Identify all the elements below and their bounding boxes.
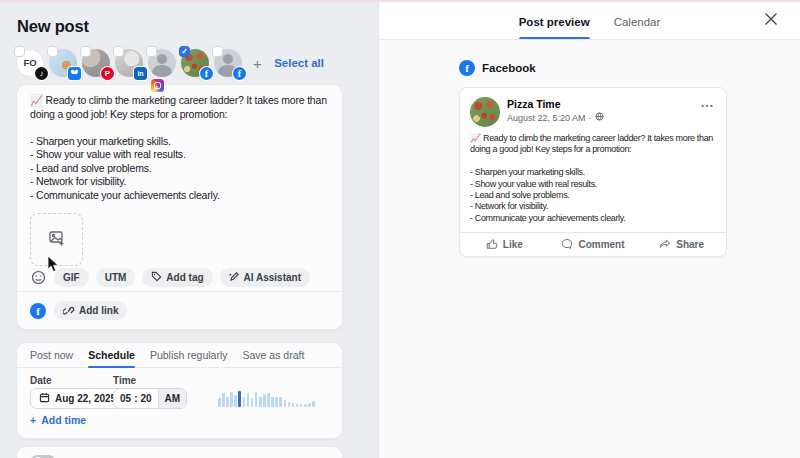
post-text-editor[interactable]: 📈 Ready to climb the marketing career la… xyxy=(30,94,333,202)
emoji-picker-button[interactable] xyxy=(30,269,47,286)
time-label: Time xyxy=(113,375,136,386)
facebook-badge-icon: f xyxy=(200,67,213,80)
histogram-bar xyxy=(288,402,291,407)
histogram-bar xyxy=(259,397,262,407)
comment-bubble-icon xyxy=(561,238,573,252)
pinterest-badge-icon: P xyxy=(101,67,114,80)
account-avatar-facebook-6[interactable]: f xyxy=(214,49,243,78)
preview-header: Post preview Calendar xyxy=(379,0,800,40)
account-selector: FO♪Pin✓ff + Select all xyxy=(16,47,324,79)
plus-icon: + xyxy=(30,414,36,426)
histogram-bar xyxy=(247,393,250,407)
time-input[interactable]: 05 : 20 AM xyxy=(113,388,187,409)
histogram-bar xyxy=(304,404,307,407)
account-checkbox[interactable] xyxy=(47,46,58,57)
account-avatar-list: FO♪Pin✓ff xyxy=(16,49,243,78)
histogram-bar xyxy=(279,397,282,407)
histogram-bar xyxy=(218,398,221,407)
add-tag-button[interactable]: Add tag xyxy=(142,268,212,287)
meridiem-selector[interactable]: AM xyxy=(158,389,187,408)
ai-pen-icon xyxy=(229,271,240,284)
network-row: f Facebook xyxy=(459,60,536,76)
approval-card: Post needs approval! Learn more xyxy=(16,446,343,458)
ai-assistant-button[interactable]: AI Assistant xyxy=(220,268,310,287)
account-avatar-tiktok-0[interactable]: FO♪ xyxy=(16,49,45,78)
composer-toolbar: GIF UTM Add tag xyxy=(30,268,310,287)
histogram-bar xyxy=(243,397,246,407)
globe-icon xyxy=(595,112,604,123)
histogram-bar xyxy=(296,404,299,407)
like-button[interactable]: Like xyxy=(460,233,549,256)
histogram-bar xyxy=(230,392,233,407)
tab-publish-regularly[interactable]: Publish regularly xyxy=(150,343,228,367)
tiktok-badge-icon: ♪ xyxy=(35,67,48,80)
histogram-bar xyxy=(284,400,287,407)
tag-icon xyxy=(151,271,162,284)
histogram-bar xyxy=(300,404,303,407)
histogram-bar xyxy=(292,403,295,407)
close-icon[interactable] xyxy=(762,11,780,29)
preview-tabs: Post preview Calendar xyxy=(519,0,661,39)
app-window: New post FO♪Pin✓ff + Select all 📈 Ready … xyxy=(0,0,800,458)
add-account-button[interactable]: + xyxy=(253,56,262,71)
publish-mode-tabs: Post now Schedule Publish regularly Save… xyxy=(17,343,342,368)
time-minute[interactable]: 20 xyxy=(140,393,151,404)
network-label: Facebook xyxy=(482,62,536,74)
time-hour[interactable]: 05 xyxy=(120,393,131,404)
histogram-bar xyxy=(226,397,229,407)
account-checkbox[interactable] xyxy=(212,46,223,57)
histogram-bar xyxy=(308,403,311,407)
select-all-link[interactable]: Select all xyxy=(274,57,324,69)
best-time-histogram xyxy=(218,390,316,407)
tab-save-as-draft[interactable]: Save as draft xyxy=(243,343,305,367)
gif-button[interactable]: GIF xyxy=(54,268,89,287)
date-input[interactable]: Aug 22, 2025 xyxy=(30,388,125,409)
tab-post-now[interactable]: Post now xyxy=(30,343,73,367)
account-checkbox[interactable] xyxy=(80,46,91,57)
add-time-button[interactable]: + Add time xyxy=(30,414,86,426)
mouse-cursor-pointer xyxy=(47,256,59,273)
add-image-icon xyxy=(48,229,66,251)
top-accent-bar xyxy=(0,0,800,2)
tab-schedule[interactable]: Schedule xyxy=(88,343,135,367)
page-avatar xyxy=(470,97,500,127)
utm-button[interactable]: UTM xyxy=(96,268,136,287)
histogram-bar xyxy=(222,393,225,407)
page-name: Pizza Time xyxy=(507,98,692,110)
comment-button[interactable]: Comment xyxy=(549,233,638,256)
histogram-bar xyxy=(234,395,237,407)
facebook-badge-icon: f xyxy=(233,67,246,80)
account-avatar-instagram-4[interactable] xyxy=(148,49,177,78)
add-link-button[interactable]: Add link xyxy=(54,301,127,320)
post-preview-text: 📈 Ready to climb the marketing career la… xyxy=(460,130,726,232)
histogram-selected-bar xyxy=(238,391,241,407)
account-avatar-facebook-5[interactable]: ✓f xyxy=(181,49,210,78)
account-checkbox[interactable]: ✓ xyxy=(179,46,190,57)
link-icon xyxy=(63,304,75,318)
instagram-badge-icon xyxy=(151,79,164,92)
share-button[interactable]: Share xyxy=(637,233,726,256)
post-timestamp: August 22, 5:20 AM xyxy=(507,113,586,123)
account-avatar-pinterest-2[interactable]: P xyxy=(82,49,111,78)
composer-card: 📈 Ready to climb the marketing career la… xyxy=(16,84,343,330)
facebook-icon: f xyxy=(459,60,475,76)
histogram-bar xyxy=(267,393,270,407)
account-checkbox[interactable] xyxy=(146,46,157,57)
page-title: New post xyxy=(17,17,89,36)
post-options-menu[interactable]: ... xyxy=(699,97,716,109)
account-avatar-linkedin-3[interactable]: in xyxy=(115,49,144,78)
histogram-bar xyxy=(255,392,258,407)
add-link-row: f Add link xyxy=(17,291,342,329)
tab-calendar[interactable]: Calendar xyxy=(614,16,661,39)
date-label: Date xyxy=(30,375,52,386)
account-checkbox[interactable] xyxy=(14,46,25,57)
histogram-bar xyxy=(263,394,266,407)
account-avatar-bluesky-1[interactable] xyxy=(49,49,78,78)
histogram-bar xyxy=(271,397,274,407)
time-separator: : xyxy=(134,393,137,404)
account-checkbox[interactable] xyxy=(113,46,124,57)
post-actions: Like Comment Share xyxy=(460,232,726,256)
share-arrow-icon xyxy=(659,238,671,252)
scheduler-card: Post now Schedule Publish regularly Save… xyxy=(16,342,343,439)
tab-post-preview[interactable]: Post preview xyxy=(519,16,590,39)
